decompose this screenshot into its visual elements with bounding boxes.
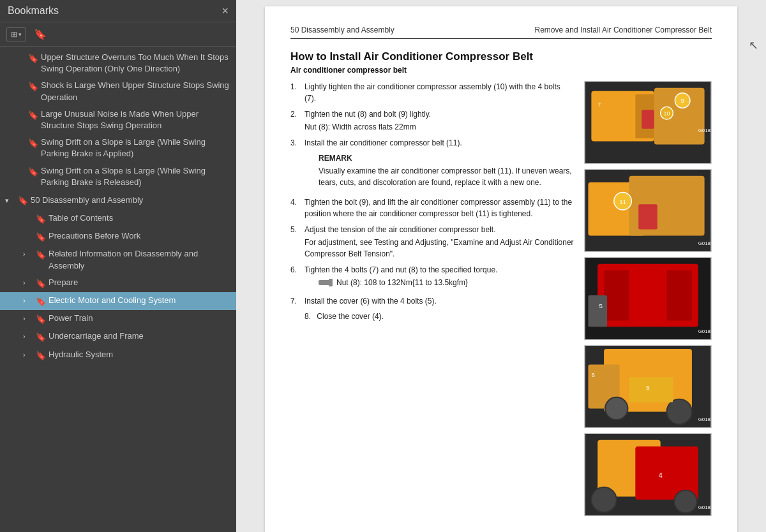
svg-text:5: 5 <box>599 302 603 309</box>
list-item[interactable]: › 🔖 Undercarriage and Frame <box>0 328 236 346</box>
document-content: 50 Disassembly and Assembly Remove and I… <box>265 6 737 532</box>
svg-rect-23 <box>667 270 692 321</box>
remark-box: REMARK Visually examine the air conditio… <box>319 152 574 188</box>
bookmark-icon: 🔖 <box>28 137 41 149</box>
step-5-text: Adjust the tension of the air conditione… <box>304 225 496 234</box>
bookmark-label: Prepare <box>49 277 231 288</box>
list-item[interactable]: › 🔖 Prepare <box>0 274 236 292</box>
remark-title: REMARK <box>319 152 574 164</box>
expand-arrow-icon: › <box>23 277 36 288</box>
doc-image-4: 6 5 G0188673 <box>584 345 712 428</box>
step-2-subtext: Nut (8): Width across flats 22mm <box>304 121 431 133</box>
expand-arrow-icon: › <box>23 330 36 341</box>
step-1-text: Lightly tighten the air conditioner comp… <box>304 81 574 104</box>
step-3-text: Install the air conditioner compressor b… <box>304 138 462 147</box>
svg-point-39 <box>591 487 616 512</box>
svg-rect-22 <box>604 270 629 321</box>
bookmarks-toolbar: ⊞ ▾ 🔖 ↖ <box>0 22 236 47</box>
doc-subtitle: Air conditioner compressor belt <box>290 66 712 75</box>
expand-arrow-icon: ▾ <box>5 195 18 205</box>
expand-placeholder <box>15 52 28 62</box>
step-5-subtext: For adjustment, see Testing and Adjustin… <box>304 237 574 260</box>
bookmark-label: 50 Disassembly and Assembly <box>31 195 231 206</box>
expand-placeholder <box>15 80 28 90</box>
grid-view-button[interactable]: ⊞ ▾ <box>6 27 26 41</box>
bookmark-label: Upper Structure Overruns Too Much When I… <box>41 52 231 75</box>
step-2: Tighten the nut (8) and bolt (9) lightly… <box>290 108 574 133</box>
svg-text:4: 4 <box>659 471 663 479</box>
svg-point-40 <box>674 491 696 513</box>
svg-rect-16 <box>638 204 657 229</box>
expand-arrow-icon: › <box>23 349 36 360</box>
step-8-text: Close the cover (4). <box>317 312 384 321</box>
bookmark-icon: 🔖 <box>34 29 47 40</box>
step-8: 8. Close the cover (4). <box>304 312 574 321</box>
nut-spec-text: Nut (8): 108 to 132Nm{11 to 13.5kgfm} <box>336 277 468 288</box>
bookmark-icon: 🔖 <box>28 80 41 92</box>
bookmark-label: Large Unusual Noise is Made When Upper S… <box>41 108 231 131</box>
doc-images-column: 9 10 7 G0188674 11 G01886 <box>584 81 712 516</box>
step-7: Install the cover (6) with the 4 bolts (… <box>290 295 574 307</box>
bookmark-label: Undercarriage and Frame <box>49 330 231 342</box>
step-8-num: 8. <box>304 312 311 321</box>
doc-image-3: 5 G0188672 <box>584 257 712 340</box>
step-6: Tighten the 4 bolts (7) and nut (8) to t… <box>290 264 574 291</box>
expand-arrow-icon: › <box>23 313 36 323</box>
list-item[interactable]: 🔖 Large Unusual Noise is Made When Upper… <box>0 106 236 134</box>
step-5-content: Adjust the tension of the air conditione… <box>304 224 574 260</box>
doc-header-left: 50 Disassembly and Assembly <box>290 26 394 34</box>
list-item[interactable]: 🔖 Shock is Large When Upper Structure St… <box>0 77 236 105</box>
bookmark-icon: 🔖 <box>28 108 41 121</box>
svg-text:6: 6 <box>591 371 595 378</box>
list-item[interactable]: 🔖 Swing Drift on a Slope is Large (While… <box>0 134 236 162</box>
step-2-content: Tighten the nut (8) and bolt (9) lightly… <box>304 108 431 133</box>
list-item[interactable]: 🔖 Precautions Before Work <box>0 228 236 246</box>
bookmark-icon: 🔖 <box>28 165 41 178</box>
list-item[interactable]: › 🔖 Related Information on Disassembly a… <box>0 246 236 274</box>
svg-text:7: 7 <box>597 101 601 108</box>
doc-main-title: How to Install Air Conditioner Compresso… <box>290 50 712 63</box>
expand-placeholder <box>15 108 28 119</box>
remark-text: Visually examine the air conditioner com… <box>319 166 572 187</box>
step-2-text: Tighten the nut (8) and bolt (9) lightly… <box>304 110 431 119</box>
list-item[interactable]: › 🔖 Power Train <box>0 310 236 328</box>
bookmarks-title: Bookmarks <box>8 5 59 17</box>
expand-placeholder <box>15 165 28 175</box>
svg-rect-1 <box>329 279 333 286</box>
svg-rect-8 <box>642 110 654 129</box>
close-button[interactable]: × <box>222 5 229 17</box>
wrench-icon <box>319 279 333 286</box>
svg-text:G0188673: G0188673 <box>698 417 711 422</box>
list-item[interactable]: ▾ 🔖 50 Disassembly and Assembly <box>0 191 236 210</box>
list-item[interactable]: › 🔖 Hydraulic System <box>0 346 236 364</box>
bookmarks-list: 🔖 Upper Structure Overruns Too Much When… <box>0 47 236 532</box>
doc-image-1: 9 10 7 G0188674 <box>584 81 712 164</box>
bookmark-label: Hydraulic System <box>49 349 231 360</box>
list-item[interactable]: 🔖 Upper Structure Overruns Too Much When… <box>0 49 236 77</box>
step-4: Tighten the bolt (9), and lift the air c… <box>290 196 574 219</box>
bookmark-icon: 🔖 <box>36 212 49 225</box>
svg-text:9: 9 <box>680 97 684 104</box>
nut-spec: Nut (8): 108 to 132Nm{11 to 13.5kgfm} <box>319 277 497 288</box>
list-item[interactable]: 🔖 Table of Contents <box>0 210 236 228</box>
document-footer: PC138E-11 50-41 <box>290 529 712 532</box>
svg-text:G0188672: G0188672 <box>698 329 711 334</box>
bookmark-icon: 🔖 <box>36 313 49 325</box>
list-item[interactable]: 🔖 Swing Drift on a Slope is Large (While… <box>0 163 236 191</box>
bookmark-icon-button[interactable]: 🔖 <box>31 26 49 42</box>
list-item[interactable]: › 🔖 Electric Motor and Cooling System <box>0 292 236 310</box>
svg-text:5: 5 <box>646 384 650 391</box>
expand-placeholder <box>23 212 36 223</box>
bookmark-icon: 🔖 <box>18 194 31 207</box>
bookmark-label: Related Information on Disassembly and A… <box>49 248 231 271</box>
svg-rect-0 <box>319 280 330 285</box>
expand-arrow-icon: › <box>23 248 36 259</box>
doc-image-5: 4 G018801-4 <box>584 433 712 516</box>
bookmark-label: Swing Drift on a Slope is Large (While S… <box>41 165 231 188</box>
bookmark-icon: 🔖 <box>36 230 49 243</box>
bookmark-icon: 🔖 <box>36 248 49 261</box>
doc-header-right: Remove and Install Air Conditioner Compr… <box>535 26 712 34</box>
svg-text:10: 10 <box>664 110 670 117</box>
svg-text:G0188675: G0188675 <box>698 240 711 246</box>
bookmark-icon: 🔖 <box>36 277 49 290</box>
